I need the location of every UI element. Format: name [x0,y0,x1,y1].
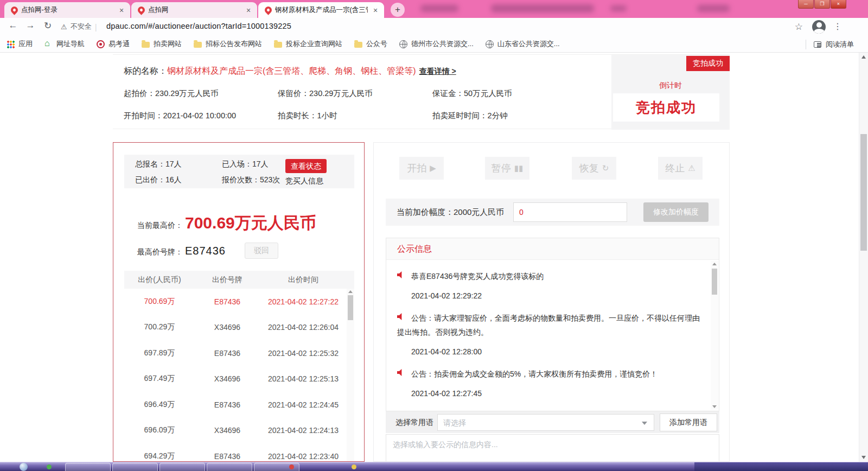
announcement-title: 公示信息 [397,244,432,255]
bookmark-item[interactable]: 易考通 [97,39,130,49]
bid-paddle: X34696 [195,426,260,435]
browser-tab[interactable]: 钢材原材料及产成品一宗(含三管 × [258,2,384,18]
scrollbar-thumb[interactable] [712,269,717,295]
reading-list-button[interactable]: 阅读清单 [806,36,854,53]
announcement-text: 恭喜E87436号牌竞买人成功竞得该标的 [397,269,707,283]
stat-bid-people: 已出价：16人 [135,175,182,185]
warning-icon: ⚠ [61,23,67,31]
control-label: 暂停 [492,162,511,175]
auction-control-button[interactable]: 恢复 ↻ [572,157,616,180]
bookmark-item[interactable]: 拍卖网站 [142,39,182,49]
taskbar-tray [694,462,868,471]
table-row[interactable]: 697.89万 E87436 2021-04-02 12:25:32 [124,340,354,366]
profile-avatar[interactable] [812,20,826,34]
announcement-header: 公示信息 [386,238,719,260]
announcement-item: 公告：拍卖佣金为成交金额的5%，请大家权衡所有拍卖费用，谨慎竞价！ 2021-0… [397,367,707,398]
lot-info-field: 保证金：50万元人民币 [432,88,611,99]
scrollbar-thumb[interactable] [860,134,867,251]
bookmark-item[interactable]: 招标公告发布网站 [194,39,262,49]
phrase-row: 选择常用语 请选择 添加常用语 [386,411,719,433]
bookmark-star-icon[interactable]: ☆ [795,21,803,33]
maximize-button[interactable]: ❐ [814,0,830,9]
field-value: 230.29万元人民币 [309,89,373,98]
minimize-button[interactable]: ─ [798,0,814,9]
page-scrollbar[interactable] [859,53,868,462]
modify-increment-button[interactable]: 修改加价幅度 [643,202,709,222]
bookmark-item[interactable]: 公众号 [354,39,387,49]
table-row[interactable]: 696.09万 X34696 2021-04-02 12:24:13 [124,418,354,444]
bookmark-label: 山东省公共资源交... [497,39,560,49]
taskbar-app-button[interactable] [207,463,252,471]
address-bar-url[interactable]: dpauc.com/#/auctioneer/auction?tarId=100… [106,22,291,30]
announcement-card: 公示信息 恭喜E87436号牌竞买人成功竞得该标的 2021-04-02 12:… [386,238,719,411]
table-row[interactable]: 697.49万 X34696 2021-04-02 12:25:13 [124,366,354,392]
bookmark-item[interactable]: 应用 [7,39,33,49]
security-chip[interactable]: ⚠ 不安全 | [61,22,97,31]
reject-button[interactable]: 驳回 [245,243,278,259]
taskbar-app-button[interactable] [159,463,205,471]
view-detail-link[interactable]: 查看详情 > [419,67,456,75]
bid-paddle: E87436 [195,452,260,461]
browser-tab[interactable]: 点拍网-登录 × [4,2,130,18]
announcement-scrollbar[interactable] [711,261,718,410]
scroll-down-icon[interactable] [712,405,717,408]
bookmark-item[interactable]: 网址导航 [44,39,85,49]
auctioneer-panel: 开拍 ▶ 暂停 ▮▮ 恢复 ↻ 终止 ⚠ 当前加价幅度： [373,142,730,462]
lot-info-field: 拍卖时长：1小时 [278,111,432,121]
bookmark-item[interactable]: 德州市公共资源交... [399,39,474,49]
status-badge: 竞拍成功 [686,56,730,71]
increment-bar: 当前加价幅度：2000元人民币 修改加价幅度 [386,199,719,226]
tab-close-icon[interactable]: × [244,6,253,15]
back-icon[interactable]: ← [7,20,20,31]
add-phrase-button[interactable]: 添加常用语 [660,413,717,431]
tab-close-icon[interactable]: × [371,6,380,15]
forward-icon[interactable]: → [24,20,37,31]
bidder-info-link[interactable]: 竞买人信息 [285,176,323,186]
start-button[interactable] [20,463,28,471]
col-time: 出价时间 [260,275,347,285]
scroll-down-icon[interactable] [861,456,866,459]
top-paddle-value: E87436 [185,245,226,257]
field-value: 230.29万元人民币 [155,89,219,98]
bid-price: 694.29万 [124,451,195,461]
auction-header: 标的名称：钢材原材料及产成品一宗(含三管塔、爬梯、角钢、钢柱、管梁等)查看详情 … [113,54,730,129]
terminate-icon: ⚠ [688,163,695,173]
auction-control-button[interactable]: 终止 ⚠ [658,157,703,180]
bookmark-item[interactable]: 投标企业查询网站 [274,39,342,49]
auction-control-button[interactable]: 暂停 ▮▮ [485,157,529,180]
table-row[interactable]: 700.29万 X34696 2021-04-02 12:26:04 [124,315,354,341]
browser-tab[interactable]: 点拍网 × [131,2,257,18]
censored-blob [610,5,627,11]
view-status-button[interactable]: 查看状态 [285,159,327,173]
play-icon: ▶ [430,163,436,173]
browser-menu-icon[interactable]: ⋮ [833,21,842,31]
close-button[interactable]: × [831,0,846,9]
auction-control-button[interactable]: 开拍 ▶ [399,157,444,180]
table-row[interactable]: 700.69万 E87436 2021-04-02 12:27:22 [124,289,354,315]
message-input[interactable]: 选择或输入要公示的信息内容... [386,434,719,462]
lot-title-row: 标的名称：钢材原材料及产成品一宗(含三管塔、爬梯、角钢、钢柱、管梁等)查看详情 … [124,66,456,77]
new-tab-button[interactable]: + [391,3,405,17]
table-row[interactable]: 696.49万 E87436 2021-04-02 12:24:45 [124,392,354,418]
col-price: 出价(人民币) [124,275,195,285]
resume-icon: ↻ [602,163,609,173]
scrollbar-thumb[interactable] [348,295,353,320]
reload-icon[interactable]: ↻ [41,20,54,31]
phrase-select[interactable]: 请选择 [437,414,654,431]
site-favicon-pin-icon [263,5,273,15]
scroll-up-icon[interactable] [712,263,717,265]
table-row[interactable]: 694.29万 E87436 2021-04-02 12:23:40 [124,443,354,462]
bookmarks-bar: 应用 网址导航 易考通 拍卖网站 招标公告发布网站 [0,36,868,53]
lot-info-field: 拍卖延时时间：2分钟 [432,111,611,121]
bookmark-item[interactable]: 山东省公共资源交... [486,39,560,49]
field-value: 2021-04-02 10:00:00 [163,111,237,120]
bid-table-scrollbar[interactable] [347,289,354,461]
countdown-value: 竞拍成功 [613,93,719,122]
taskbar-app-button[interactable] [112,463,158,471]
tab-close-icon[interactable]: × [117,6,126,15]
scroll-up-icon[interactable] [861,55,866,59]
taskbar-app-button[interactable] [65,463,111,471]
scroll-up-icon[interactable] [348,290,353,293]
announcement-text: 公告：请大家理智应价，全面考虑标的物数量和拍卖费用。一旦应价，不得以任何理由提出… [397,311,707,339]
increment-input[interactable] [513,202,627,222]
